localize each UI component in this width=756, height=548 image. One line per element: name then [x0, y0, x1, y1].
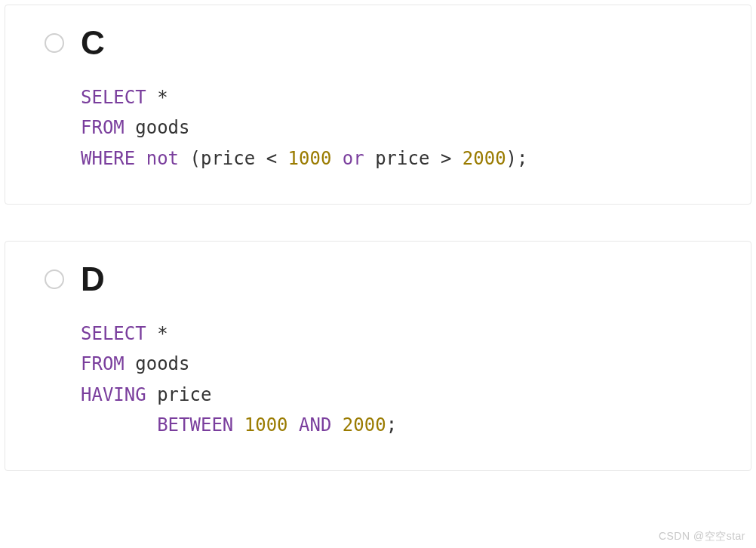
option-header: C — [45, 26, 728, 60]
keyword-from: FROM — [81, 117, 124, 138]
option-d-card[interactable]: D SELECT * FROM goods HAVING price BETWE… — [5, 241, 751, 471]
code-text: price — [146, 384, 212, 405]
option-letter: C — [81, 26, 105, 60]
code-indent — [81, 414, 157, 436]
keyword-where: WHERE — [81, 148, 135, 169]
number: 2000 — [343, 414, 386, 436]
keyword-between: BETWEEN — [157, 414, 233, 436]
code-space — [277, 148, 287, 169]
number: 1000 — [288, 148, 332, 169]
radio-icon[interactable] — [45, 269, 64, 289]
option-header: D — [45, 263, 728, 296]
code-text: * — [146, 87, 168, 108]
keyword-from: FROM — [81, 353, 124, 374]
code-space — [331, 148, 342, 169]
code-text: goods — [124, 353, 190, 374]
code-text: price — [364, 148, 441, 169]
watermark: CSDN @空空star — [659, 530, 745, 543]
code-space — [331, 414, 342, 436]
number: 2000 — [463, 148, 506, 169]
keyword-not: not — [146, 148, 179, 169]
op-lt: < — [266, 148, 277, 169]
code-space — [288, 414, 299, 436]
keyword-select: SELECT — [81, 87, 146, 108]
op-gt: > — [441, 148, 451, 169]
code-block-d: SELECT * FROM goods HAVING price BETWEEN… — [81, 319, 728, 440]
code-text: (price — [179, 148, 266, 169]
keyword-select: SELECT — [81, 323, 146, 344]
keyword-and: AND — [299, 414, 331, 436]
keyword-or: or — [343, 148, 364, 169]
option-c-card[interactable]: C SELECT * FROM goods WHERE not (price <… — [5, 5, 751, 205]
number: 1000 — [244, 414, 288, 436]
code-end: ); — [506, 148, 528, 169]
code-end: ; — [386, 414, 397, 436]
keyword-having: HAVING — [81, 384, 146, 405]
code-text: * — [146, 323, 168, 344]
code-space — [233, 414, 244, 436]
code-space — [451, 148, 462, 169]
option-letter: D — [81, 263, 105, 296]
code-block-c: SELECT * FROM goods WHERE not (price < 1… — [81, 82, 728, 174]
radio-icon[interactable] — [45, 33, 64, 53]
code-text: goods — [124, 117, 190, 138]
